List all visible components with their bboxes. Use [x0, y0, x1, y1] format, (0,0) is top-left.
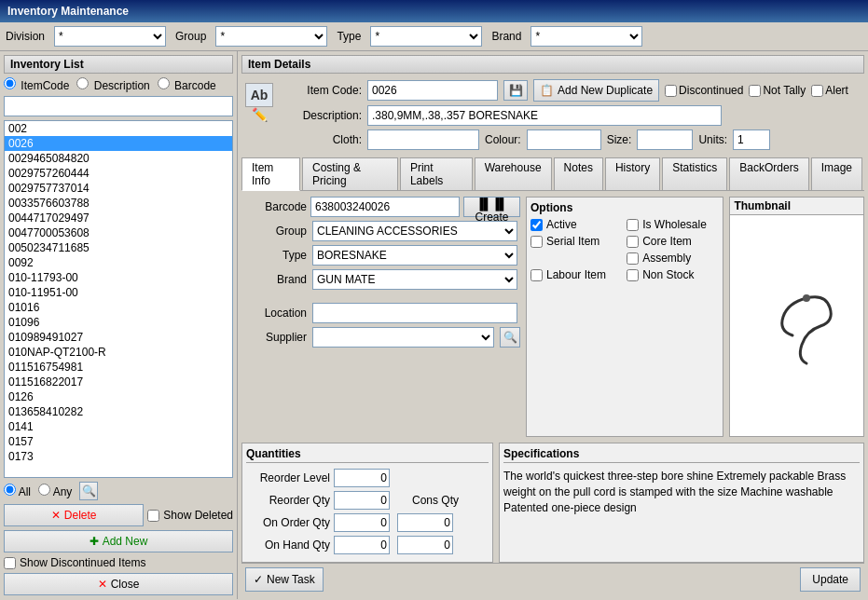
cloth-row: Cloth: Colour: Size: Units: [282, 130, 864, 150]
add-new-duplicate-button[interactable]: 📋 Add New Duplicate [533, 79, 659, 102]
non-stock-checkbox[interactable] [627, 269, 639, 281]
discontinued-label[interactable]: Discontinued [665, 84, 743, 97]
location-input[interactable] [312, 303, 517, 323]
barcode-input[interactable] [310, 197, 460, 217]
group-select[interactable]: * [215, 26, 327, 47]
on-hand-qty-input[interactable] [334, 536, 390, 554]
list-item[interactable]: 0029465084820 [5, 151, 232, 166]
item-code-radio[interactable] [4, 77, 16, 89]
list-item[interactable]: 011516754981 [5, 360, 232, 375]
barcode-radio-label[interactable]: Barcode [158, 77, 216, 92]
list-item[interactable]: 01096 [5, 315, 232, 330]
core-item-checkbox[interactable] [627, 236, 639, 248]
brand-dropdown[interactable]: GUN MATE [312, 269, 517, 290]
size-input[interactable] [637, 130, 693, 150]
tab-warehouse[interactable]: Warehouse [475, 157, 552, 190]
list-item[interactable]: 010-11793-00 [5, 270, 232, 285]
tab-image[interactable]: Image [811, 157, 862, 190]
list-item[interactable]: 0126 [5, 389, 232, 404]
description-input[interactable] [367, 105, 722, 126]
supplier-search-button[interactable]: 🔍 [500, 327, 520, 348]
alert-checkbox[interactable] [811, 85, 823, 97]
list-item[interactable]: 002 [5, 121, 232, 136]
description-radio-label[interactable]: Description [76, 77, 149, 92]
list-item[interactable]: 0047700053608 [5, 225, 232, 240]
description-radio[interactable] [76, 77, 89, 89]
is-wholesale-checkbox[interactable] [627, 219, 639, 231]
all-radio-label[interactable]: All [4, 484, 31, 498]
thumbnail-content [730, 215, 863, 436]
cons-qty-label: Cons Qty [412, 494, 459, 507]
on-order-cons-input[interactable] [397, 513, 453, 532]
create-barcode-button[interactable]: ▐▌▐▌ Create [463, 197, 520, 217]
close-button[interactable]: ✕ Close [4, 573, 233, 595]
item-code-input[interactable] [367, 80, 498, 101]
units-input[interactable] [733, 130, 770, 150]
type-select[interactable]: * [370, 26, 482, 47]
list-item[interactable]: 0173 [5, 449, 232, 464]
inventory-list[interactable]: 0020026002946508482000297572604440029757… [4, 120, 233, 478]
tab-backorders[interactable]: BackOrders [729, 157, 808, 190]
cloth-input[interactable] [367, 130, 479, 150]
add-new-button[interactable]: ✚ Add New [4, 530, 233, 552]
list-item[interactable]: 010989491027 [5, 330, 232, 345]
list-item[interactable]: 0029757260444 [5, 166, 232, 181]
list-item[interactable]: 0044717029497 [5, 211, 232, 225]
tab-statistics[interactable]: Statistics [662, 157, 727, 190]
list-item[interactable]: 011516822017 [5, 375, 232, 389]
list-item[interactable]: 01016 [5, 300, 232, 315]
show-deleted-label[interactable]: Show Deleted [147, 504, 233, 526]
show-discontinued-label[interactable]: Show Discontinued Items [20, 556, 145, 569]
barcode-radio[interactable] [158, 77, 170, 89]
delete-button[interactable]: ✕ Delete [4, 504, 144, 526]
on-order-qty-input[interactable] [334, 513, 390, 532]
show-discontinued-checkbox[interactable] [4, 557, 16, 569]
reorder-qty-input[interactable] [334, 491, 390, 510]
group-dropdown[interactable]: CLEANING ACCESSORIES [312, 221, 517, 241]
item-code-radio-label[interactable]: ItemCode [4, 77, 69, 92]
all-radio[interactable] [4, 484, 16, 496]
list-item[interactable]: 0092 [5, 255, 232, 270]
tab-costing---pricing[interactable]: Costing & Pricing [302, 157, 398, 190]
labour-item-checkbox[interactable] [530, 269, 543, 281]
supplier-dropdown[interactable] [312, 327, 494, 348]
serial-item-checkbox[interactable] [530, 236, 543, 248]
alert-label[interactable]: Alert [811, 84, 848, 97]
quantities-title: Quantities [246, 447, 489, 463]
list-item[interactable]: 010-11951-00 [5, 285, 232, 300]
list-item[interactable]: 0026 [5, 136, 232, 151]
search-input[interactable] [4, 96, 233, 116]
reorder-level-input[interactable] [334, 469, 390, 487]
assembly-checkbox[interactable] [627, 252, 639, 265]
tab-print-labels[interactable]: Print Labels [400, 157, 473, 190]
list-item[interactable]: 0033576603788 [5, 196, 232, 211]
active-checkbox[interactable] [530, 219, 543, 231]
search-go-button[interactable]: 🔍 [79, 482, 98, 500]
close-row: ✕ Close [4, 569, 233, 595]
list-item[interactable]: 0141 [5, 419, 232, 434]
colour-input[interactable] [527, 130, 601, 150]
assembly-label: Assembly [642, 252, 691, 265]
tab-history[interactable]: History [605, 157, 660, 190]
list-item[interactable]: 0029757737014 [5, 181, 232, 196]
brand-select[interactable]: * [530, 26, 642, 47]
filter-radios: All Any 🔍 [4, 482, 233, 500]
not-tally-label[interactable]: Not Tally [749, 84, 806, 97]
list-item[interactable]: 013658410282 [5, 404, 232, 419]
any-radio-label[interactable]: Any [38, 484, 72, 498]
any-radio[interactable] [38, 484, 50, 496]
tab-notes[interactable]: Notes [554, 157, 603, 190]
save-icon-button[interactable]: 💾 [503, 80, 528, 101]
list-item[interactable]: 010NAP-QT2100-R [5, 345, 232, 360]
discontinued-checkbox[interactable] [665, 85, 677, 97]
new-task-button[interactable]: ✓ New Task [245, 567, 324, 592]
tab-item-info[interactable]: Item Info [241, 157, 300, 191]
list-item[interactable]: 0050234711685 [5, 240, 232, 255]
update-button[interactable]: Update [800, 567, 861, 592]
not-tally-checkbox[interactable] [749, 85, 761, 97]
on-hand-cons-input[interactable] [397, 536, 453, 554]
show-deleted-checkbox[interactable] [147, 510, 159, 522]
division-select[interactable]: * [54, 26, 166, 47]
list-item[interactable]: 0157 [5, 434, 232, 449]
type-dropdown[interactable]: BORESNAKE [312, 245, 517, 266]
